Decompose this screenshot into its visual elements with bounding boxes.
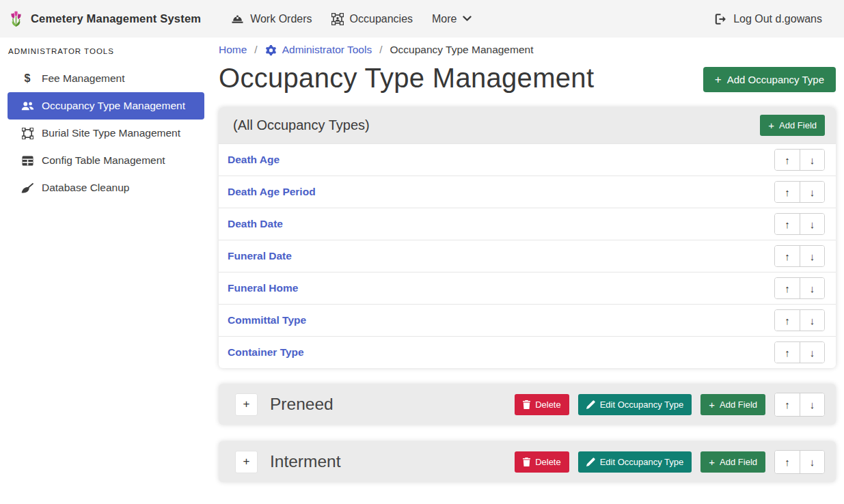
move-down-button[interactable]: ↓ (800, 393, 824, 416)
breadcrumb-label: Administrator Tools (282, 44, 372, 56)
move-up-button[interactable]: ↑ (775, 214, 800, 234)
breadcrumb-current-page: Occupancy Type Management (390, 44, 534, 56)
field-row: Funeral Date ↑ ↓ (219, 240, 836, 272)
breadcrumb-administrator-tools-link[interactable]: Administrator Tools (265, 44, 372, 56)
add-field-button[interactable]: + Add Field (700, 451, 765, 473)
reorder-group: ↑ ↓ (774, 450, 825, 474)
add-occupancy-type-button[interactable]: + Add Occupancy Type (703, 67, 836, 92)
field-row: Death Age ↑ ↓ (219, 143, 836, 176)
sidebar-item-occupancy-type-management[interactable]: Occupancy Type Management (8, 92, 204, 120)
logout-label: Log Out d.gowans (733, 13, 822, 25)
reorder-group: ↑ ↓ (774, 277, 825, 299)
move-down-button[interactable]: ↓ (800, 246, 824, 266)
move-up-button[interactable]: ↑ (775, 278, 800, 298)
brand[interactable]: Cemetery Management System (8, 9, 201, 29)
move-down-button[interactable]: ↓ (800, 214, 824, 234)
users-icon (21, 101, 34, 111)
sidebar-item-label: Config Table Management (42, 154, 165, 167)
field-link-committal-type[interactable]: Committal Type (228, 314, 306, 326)
breadcrumb: Home / Administrator Tools / Occupancy T… (219, 44, 836, 56)
reorder-group: ↑ ↓ (774, 149, 825, 171)
edit-occupancy-type-button[interactable]: Edit Occupancy Type (578, 394, 692, 415)
field-row: Committal Type ↑ ↓ (219, 304, 836, 336)
gear-icon (265, 44, 277, 56)
all-occupancy-types-card: (All Occupancy Types) + Add Field Death … (219, 107, 836, 368)
chevron-down-icon (463, 16, 472, 22)
field-link-funeral-home[interactable]: Funeral Home (228, 282, 298, 294)
nav-item-work-orders[interactable]: Work Orders (221, 8, 321, 31)
reorder-group: ↑ ↓ (774, 181, 825, 203)
move-up-button[interactable]: ↑ (775, 182, 800, 202)
section-title: Preneed (270, 395, 333, 414)
card-title: (All Occupancy Types) (233, 117, 370, 133)
field-row: Death Date ↑ ↓ (219, 208, 836, 240)
all-occupancy-types-header: (All Occupancy Types) + Add Field (219, 107, 836, 143)
move-up-button[interactable]: ↑ (775, 150, 800, 170)
move-down-button[interactable]: ↓ (800, 310, 824, 331)
expand-button[interactable]: + (235, 451, 258, 473)
breadcrumb-separator: / (379, 44, 382, 56)
add-field-label: Add Field (720, 400, 757, 410)
delete-button[interactable]: Delete (515, 451, 569, 473)
plus-icon: + (709, 400, 715, 410)
add-field-label: Add Field (720, 457, 757, 467)
field-link-container-type[interactable]: Container Type (228, 346, 304, 359)
nav-item-label: Occupancies (350, 13, 413, 25)
logout-button[interactable]: Log Out d.gowans (705, 8, 832, 31)
breadcrumb-home-link[interactable]: Home (219, 44, 247, 56)
move-down-button[interactable]: ↓ (800, 451, 824, 473)
nav-item-more[interactable]: More (422, 8, 481, 31)
reorder-group: ↑ ↓ (774, 309, 825, 331)
move-up-button[interactable]: ↑ (775, 451, 800, 473)
move-up-button[interactable]: ↑ (775, 310, 800, 331)
edit-occupancy-type-button[interactable]: Edit Occupancy Type (578, 451, 692, 473)
tulips-logo-icon (8, 9, 24, 29)
sidebar-item-label: Occupancy Type Management (42, 100, 185, 112)
sidebar-item-fee-management[interactable]: $ Fee Management (8, 65, 204, 92)
field-row: Funeral Home ↑ ↓ (219, 272, 836, 304)
sidebar-item-config-table-management[interactable]: Config Table Management (8, 147, 204, 174)
move-down-button[interactable]: ↓ (800, 342, 824, 363)
pencil-icon (586, 400, 595, 409)
field-link-death-date[interactable]: Death Date (228, 218, 283, 230)
sidebar: ADMINISTRATOR TOOLS $ Fee Management Occ… (0, 38, 212, 504)
add-field-button[interactable]: + Add Field (700, 394, 765, 415)
reorder-group: ↑ ↓ (774, 393, 825, 417)
section-actions: Delete Edit Occupancy Type + Add Field ↑ (515, 393, 825, 417)
primary-nav: Work Orders Occupancies More (221, 8, 481, 31)
delete-button[interactable]: Delete (515, 394, 569, 415)
nav-item-occupancies[interactable]: Occupancies (322, 8, 423, 31)
add-field-button[interactable]: + Add Field (760, 115, 825, 136)
field-link-death-age-period[interactable]: Death Age Period (228, 186, 316, 198)
section-interment: + Interment Delete (219, 441, 836, 482)
add-field-label: Add Field (779, 120, 817, 130)
pencil-icon (586, 458, 595, 466)
add-occupancy-type-label: Add Occupancy Type (727, 74, 824, 85)
breadcrumb-label: Home (219, 44, 247, 56)
edit-occupancy-type-label: Edit Occupancy Type (600, 457, 684, 467)
sidebar-item-database-cleanup[interactable]: Database Cleanup (8, 174, 204, 201)
breadcrumb-separator: / (254, 44, 257, 56)
plus-icon: + (768, 120, 774, 130)
section-preneed: + Preneed Delete (219, 384, 836, 425)
move-down-button[interactable]: ↓ (800, 150, 824, 170)
field-link-death-age[interactable]: Death Age (228, 154, 280, 166)
move-down-button[interactable]: ↓ (800, 182, 824, 202)
section-title: Interment (270, 452, 341, 471)
move-up-button[interactable]: ↑ (775, 393, 800, 416)
field-link-funeral-date[interactable]: Funeral Date (228, 250, 292, 262)
main-content: Home / Administrator Tools / Occupancy T… (212, 38, 844, 504)
move-down-button[interactable]: ↓ (800, 278, 824, 298)
expand-button[interactable]: + (235, 393, 258, 416)
sidebar-item-burial-site-type-management[interactable]: Burial Site Type Management (8, 120, 204, 147)
delete-label: Delete (535, 400, 561, 410)
reorder-group: ↑ ↓ (774, 213, 825, 235)
field-row: Container Type ↑ ↓ (219, 336, 836, 368)
move-up-button[interactable]: ↑ (775, 246, 800, 266)
move-up-button[interactable]: ↑ (775, 342, 800, 363)
nav-item-label: More (432, 13, 457, 25)
edit-occupancy-type-label: Edit Occupancy Type (600, 400, 684, 410)
reorder-group: ↑ ↓ (774, 341, 825, 363)
dollar-icon: $ (21, 72, 34, 85)
plus-icon: + (715, 74, 722, 85)
